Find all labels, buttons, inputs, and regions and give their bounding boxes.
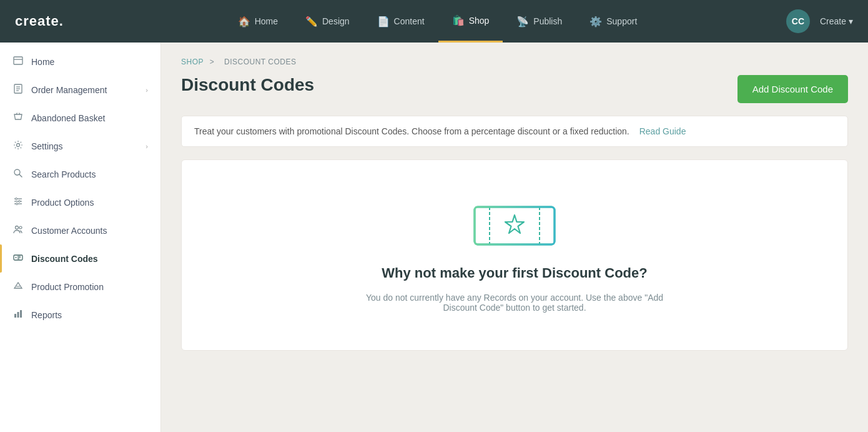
home-icon: 🏠: [238, 16, 250, 28]
product-options-icon: [12, 196, 24, 208]
home-sidebar-icon: [12, 56, 24, 68]
brand-logo[interactable]: create.: [15, 13, 64, 29]
discount-codes-icon: [12, 253, 24, 264]
search-icon: [12, 168, 24, 180]
svg-point-16: [19, 226, 22, 229]
svg-rect-26: [475, 207, 555, 244]
settings-icon: [12, 140, 24, 152]
svg-rect-25: [20, 310, 22, 318]
sidebar-item-abandoned-basket[interactable]: Abandoned Basket: [0, 104, 160, 132]
nav-support[interactable]: ⚙️ Support: [576, 0, 651, 43]
nav-content[interactable]: 📄 Content: [363, 0, 438, 43]
chevron-down-icon: ▾: [849, 16, 853, 26]
sidebar-item-settings[interactable]: Settings ›: [0, 132, 160, 160]
chevron-icon: ›: [145, 86, 148, 94]
nav-shop[interactable]: 🛍️ Shop: [438, 0, 503, 43]
sidebar-item-search-products[interactable]: Search Products: [0, 160, 160, 188]
svg-point-15: [16, 226, 19, 229]
sidebar-item-reports[interactable]: Reports: [0, 301, 160, 329]
avatar[interactable]: CC: [786, 9, 810, 33]
read-guide-link[interactable]: Read Guide: [639, 126, 686, 136]
customer-accounts-icon: [12, 224, 24, 236]
svg-point-14: [16, 203, 18, 205]
page-header: Discount Codes Add Discount Code: [181, 75, 848, 103]
shop-icon: 🛍️: [452, 14, 465, 26]
svg-rect-0: [14, 57, 22, 64]
publish-icon: 📡: [516, 16, 529, 28]
content-icon: 📄: [377, 16, 390, 28]
add-discount-code-button[interactable]: Add Discount Code: [737, 75, 848, 103]
sidebar-item-product-promotion[interactable]: Product Promotion: [0, 273, 160, 301]
svg-point-18: [16, 257, 17, 258]
nav-links: 🏠 Home ✏️ Design 📄 Content 🛍️ Shop 📡 Pub…: [89, 0, 786, 43]
svg-line-8: [19, 174, 22, 177]
sidebar-item-product-options[interactable]: Product Options: [0, 188, 160, 216]
breadcrumb-shop-link[interactable]: SHOP: [181, 58, 204, 66]
sidebar-item-customer-accounts[interactable]: Customer Accounts: [0, 216, 160, 244]
nav-publish[interactable]: 📡 Publish: [503, 0, 576, 43]
svg-point-6: [17, 144, 20, 147]
sidebar-item-order-management[interactable]: Order Management ›: [0, 76, 160, 104]
reports-icon: [12, 309, 24, 321]
breadcrumb: SHOP > DISCOUNT CODES: [181, 58, 848, 66]
svg-rect-30: [475, 207, 555, 244]
svg-point-13: [19, 201, 21, 203]
svg-marker-29: [505, 215, 524, 233]
sidebar-item-discount-codes[interactable]: Discount Codes: [0, 244, 160, 273]
top-navigation: create. 🏠 Home ✏️ Design 📄 Content 🛍️ Sh…: [0, 0, 868, 43]
product-promotion-icon: [12, 281, 24, 293]
topnav-right: CC Create ▾: [786, 9, 853, 33]
sidebar: Home Order Management › Abandoned Basket…: [0, 43, 161, 432]
empty-state-card: Why not make your first Discount Code? Y…: [181, 159, 848, 351]
ticket-illustration: [471, 198, 558, 254]
nav-design[interactable]: ✏️ Design: [292, 0, 363, 43]
basket-icon: [12, 112, 24, 124]
svg-point-12: [16, 198, 17, 200]
sidebar-item-home[interactable]: Home: [0, 48, 160, 76]
page-title: Discount Codes: [181, 75, 314, 95]
create-dropdown[interactable]: Create ▾: [820, 16, 853, 26]
main-content: SHOP > DISCOUNT CODES Discount Codes Add…: [161, 43, 868, 432]
nav-home[interactable]: 🏠 Home: [224, 0, 292, 43]
page-layout: Home Order Management › Abandoned Basket…: [0, 43, 868, 432]
chevron-icon: ›: [145, 143, 148, 150]
svg-rect-23: [14, 314, 16, 318]
empty-state-body: You do not currently have any Records on…: [352, 293, 677, 313]
support-icon: ⚙️: [589, 16, 602, 28]
svg-rect-24: [17, 312, 19, 318]
empty-state-heading: Why not make your first Discount Code?: [382, 265, 647, 281]
design-icon: ✏️: [305, 16, 318, 28]
info-bar: Treat your customers with promotional Di…: [181, 116, 848, 147]
order-management-icon: [12, 84, 24, 96]
